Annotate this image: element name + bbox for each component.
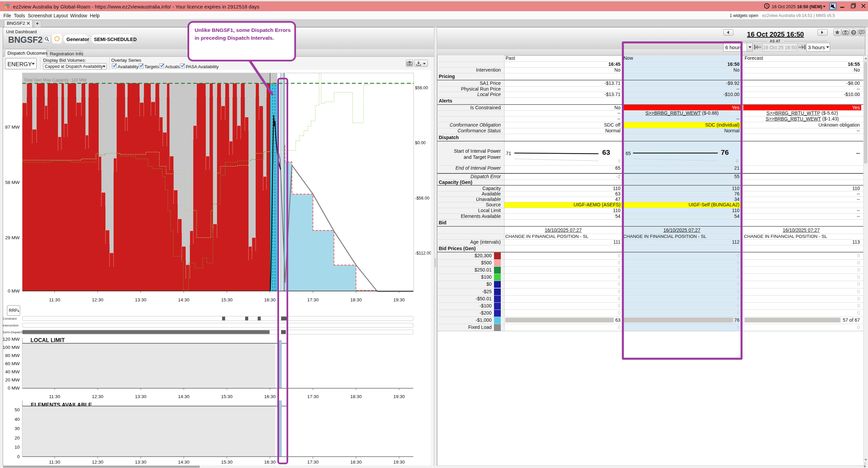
- svg-text:120 MW: 120 MW: [3, 337, 20, 342]
- svg-text:60 MW: 60 MW: [5, 361, 20, 366]
- svg-text:58 MW: 58 MW: [5, 180, 20, 185]
- svg-text:0 MW: 0 MW: [8, 386, 20, 391]
- svg-text:19:30: 19:30: [393, 297, 405, 302]
- svg-text:?: ?: [852, 31, 855, 35]
- svg-text:20 MW: 20 MW: [5, 377, 20, 382]
- svg-text:LOCAL LIMIT: LOCAL LIMIT: [31, 337, 65, 343]
- svg-text:12:30: 12:30: [92, 394, 103, 399]
- svg-text:11:30: 11:30: [49, 297, 60, 302]
- svg-text:17:30: 17:30: [307, 460, 319, 465]
- svg-text:18:30: 18:30: [350, 297, 362, 302]
- svg-text:100 MW: 100 MW: [3, 345, 20, 350]
- svg-text:13:30: 13:30: [135, 394, 146, 399]
- svg-text:14:30: 14:30: [178, 394, 190, 399]
- svg-text:Intervention: Intervention: [3, 324, 19, 327]
- svg-text:10: 10: [15, 445, 20, 450]
- svg-text:80 MW: 80 MW: [5, 353, 20, 358]
- svg-text:Constraint: Constraint: [3, 317, 17, 320]
- svg-text:15:30: 15:30: [221, 297, 233, 302]
- svg-text:18:30: 18:30: [350, 394, 362, 399]
- svg-text:11:30: 11:30: [49, 460, 60, 465]
- svg-text:15:30: 15:30: [221, 460, 233, 465]
- svg-text:0 MW: 0 MW: [8, 288, 20, 294]
- svg-text:19:30: 19:30: [393, 394, 405, 399]
- svg-text:$0.00: $0.00: [415, 141, 426, 145]
- svg-text:12:30: 12:30: [92, 460, 103, 465]
- svg-text:-$56.00: -$56.00: [415, 196, 429, 201]
- svg-text:13:30: 13:30: [135, 460, 146, 465]
- svg-text:19:30: 19:30: [393, 460, 405, 465]
- svg-text:40 MW: 40 MW: [5, 369, 20, 374]
- svg-text:30: 30: [15, 426, 20, 431]
- svg-text:16:30: 16:30: [264, 297, 276, 302]
- svg-text:18:30: 18:30: [350, 460, 362, 465]
- svg-text:17:30: 17:30: [307, 297, 319, 302]
- svg-text:14:30: 14:30: [178, 297, 190, 302]
- svg-text:16:30: 16:30: [264, 394, 276, 399]
- svg-text:40: 40: [15, 417, 20, 422]
- svg-text:17:30: 17:30: [307, 394, 319, 399]
- svg-text:29 MW: 29 MW: [5, 235, 20, 240]
- svg-text:RRP: RRP: [9, 308, 17, 313]
- svg-text:15:30: 15:30: [221, 394, 233, 399]
- svg-text:Semi-Dispatch: Semi-Dispatch: [3, 331, 23, 334]
- svg-text:87 MW: 87 MW: [5, 125, 20, 130]
- svg-text:12:30: 12:30: [92, 297, 103, 302]
- svg-text:-$112.00: -$112.00: [415, 251, 431, 256]
- svg-text:13:30: 13:30: [135, 297, 146, 302]
- svg-text:14:30: 14:30: [178, 460, 190, 465]
- svg-text:11:30: 11:30: [49, 394, 60, 399]
- svg-text:$56.00: $56.00: [415, 86, 428, 90]
- svg-text:50: 50: [15, 407, 20, 412]
- svg-text:20: 20: [15, 435, 20, 441]
- svg-text:16:30: 16:30: [264, 460, 276, 465]
- svg-text:0: 0: [17, 454, 20, 459]
- svg-text:Total Gen Max Capacity: 110 MW: Total Gen Max Capacity: 110 MW: [24, 78, 86, 82]
